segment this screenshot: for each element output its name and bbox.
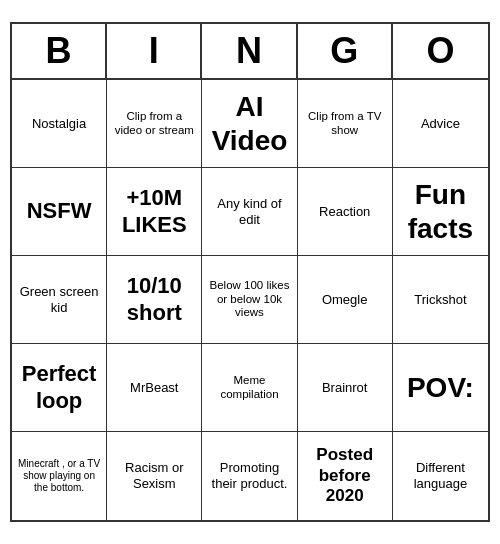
bingo-cell-1: Clip from a video or stream [107,80,202,168]
bingo-cell-14: Trickshot [393,256,488,344]
bingo-cell-7: Any kind of edit [202,168,297,256]
bingo-letter-o: O [393,24,488,78]
bingo-cell-6: +10M LIKES [107,168,202,256]
bingo-cell-11: 10/10 short [107,256,202,344]
bingo-grid: NostalgiaClip from a video or streamAI V… [12,80,488,520]
bingo-cell-2: AI Video [202,80,297,168]
bingo-cell-3: Clip from a TV show [298,80,393,168]
bingo-cell-10: Green screen kid [12,256,107,344]
bingo-cell-20: Minecraft , or a TV show playing on the … [12,432,107,520]
bingo-letter-g: G [298,24,393,78]
bingo-cell-4: Advice [393,80,488,168]
bingo-cell-18: Brainrot [298,344,393,432]
bingo-card: BINGO NostalgiaClip from a video or stre… [10,22,490,522]
bingo-cell-13: Omegle [298,256,393,344]
bingo-cell-19: POV: [393,344,488,432]
bingo-cell-5: NSFW [12,168,107,256]
bingo-cell-9: Fun facts [393,168,488,256]
bingo-cell-23: Posted before 2020 [298,432,393,520]
bingo-letter-i: I [107,24,202,78]
bingo-letter-n: N [202,24,297,78]
bingo-cell-15: Perfect loop [12,344,107,432]
bingo-cell-22: Promoting their product. [202,432,297,520]
bingo-cell-16: MrBeast [107,344,202,432]
bingo-cell-24: Different language [393,432,488,520]
bingo-letter-b: B [12,24,107,78]
bingo-cell-0: Nostalgia [12,80,107,168]
bingo-header: BINGO [12,24,488,80]
bingo-cell-12: Below 100 likes or below 10k views [202,256,297,344]
bingo-cell-8: Reaction [298,168,393,256]
bingo-cell-17: Meme compilation [202,344,297,432]
bingo-cell-21: Racism or Sexism [107,432,202,520]
